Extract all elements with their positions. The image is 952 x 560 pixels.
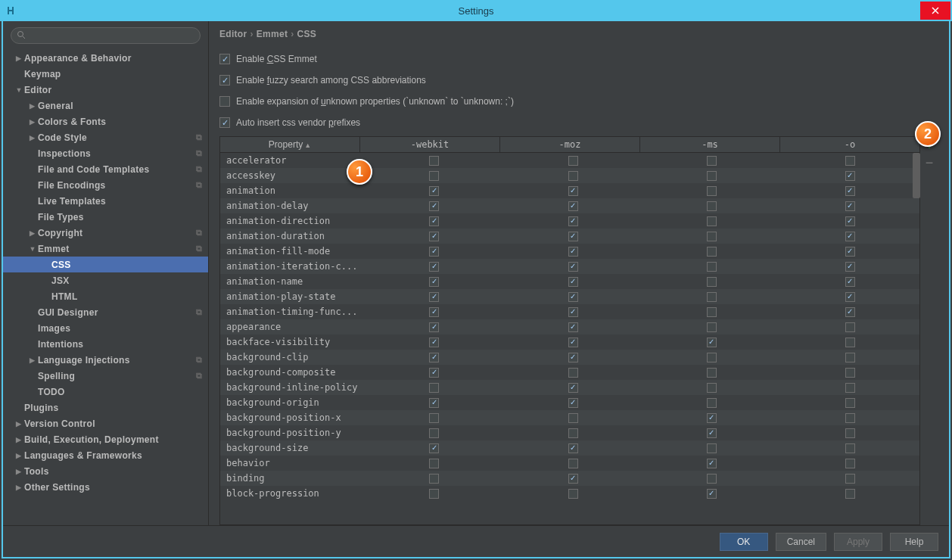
- column-moz[interactable]: -moz: [500, 137, 640, 152]
- prefix-checkbox[interactable]: [429, 383, 439, 393]
- tree-item-editor[interactable]: ▼Editor: [3, 82, 208, 98]
- enable-css-emmet-checkbox[interactable]: [219, 54, 230, 64]
- tree-item-languages-frameworks[interactable]: ▶Languages & Frameworks: [3, 447, 208, 463]
- prefix-checkbox[interactable]: [845, 277, 855, 287]
- table-row[interactable]: backface-visibility: [220, 334, 919, 350]
- tree-item-keymap[interactable]: Keymap: [3, 66, 208, 82]
- prefix-checkbox[interactable]: [707, 443, 717, 453]
- table-row[interactable]: background-inline-policy: [220, 380, 919, 395]
- prefix-checkbox[interactable]: [568, 186, 578, 196]
- prefix-checkbox[interactable]: [845, 186, 855, 196]
- prefix-checkbox[interactable]: [845, 443, 855, 453]
- prefix-checkbox[interactable]: [845, 398, 855, 408]
- tree-item-general[interactable]: ▶General: [3, 98, 208, 114]
- tree-item-todo[interactable]: TODO: [3, 384, 208, 400]
- prefix-checkbox[interactable]: [568, 459, 578, 468]
- prefix-checkbox[interactable]: [429, 201, 439, 211]
- tree-item-spelling[interactable]: Spelling⧉: [3, 368, 208, 384]
- prefix-checkbox[interactable]: [568, 413, 578, 423]
- enable-expansion-checkbox[interactable]: [219, 96, 230, 107]
- prefix-checkbox[interactable]: [568, 322, 578, 332]
- ok-button[interactable]: OK: [720, 533, 768, 551]
- table-row[interactable]: animation-timing-func...: [220, 304, 919, 319]
- table-row[interactable]: animation-delay: [220, 198, 919, 213]
- table-row[interactable]: animation-play-state: [220, 289, 919, 304]
- table-row[interactable]: animation-iteration-c...: [220, 259, 919, 274]
- prefix-checkbox[interactable]: [707, 338, 717, 347]
- window-close-button[interactable]: [920, 2, 950, 20]
- table-row[interactable]: binding: [220, 471, 919, 486]
- prefix-checkbox[interactable]: [568, 489, 578, 499]
- prefix-checkbox[interactable]: [845, 156, 855, 166]
- prefix-checkbox[interactable]: [707, 322, 717, 332]
- prefix-checkbox[interactable]: [845, 428, 855, 438]
- prefix-checkbox[interactable]: [845, 383, 855, 393]
- table-row[interactable]: accelerator: [220, 153, 919, 168]
- prefix-checkbox[interactable]: [429, 428, 439, 438]
- prefix-checkbox[interactable]: [707, 489, 717, 499]
- prefix-checkbox[interactable]: [707, 186, 717, 196]
- tree-item-live-templates[interactable]: Live Templates: [3, 193, 208, 209]
- prefix-checkbox[interactable]: [845, 232, 855, 241]
- prefix-checkbox[interactable]: [568, 383, 578, 393]
- prefix-checkbox[interactable]: [707, 232, 717, 241]
- prefix-checkbox[interactable]: [845, 489, 855, 499]
- prefix-checkbox[interactable]: [845, 307, 855, 317]
- prefix-checkbox[interactable]: [845, 322, 855, 332]
- prefix-checkbox[interactable]: [429, 353, 439, 362]
- prefix-checkbox[interactable]: [429, 322, 439, 332]
- apply-button[interactable]: Apply: [834, 533, 882, 551]
- prefix-checkbox[interactable]: [568, 353, 578, 362]
- prefix-checkbox[interactable]: [568, 262, 578, 272]
- prefix-checkbox[interactable]: [707, 398, 717, 408]
- prefix-checkbox[interactable]: [845, 247, 855, 257]
- table-row[interactable]: animation-name: [220, 274, 919, 289]
- prefix-checkbox[interactable]: [707, 171, 717, 181]
- tree-item-emmet[interactable]: ▼Emmet⧉: [3, 241, 208, 257]
- table-row[interactable]: animation-duration: [220, 229, 919, 244]
- prefix-checkbox[interactable]: [707, 353, 717, 362]
- prefix-checkbox[interactable]: [707, 383, 717, 393]
- prefix-checkbox[interactable]: [707, 156, 717, 166]
- table-row[interactable]: background-position-x: [220, 410, 919, 425]
- prefix-checkbox[interactable]: [707, 368, 717, 378]
- prefix-checkbox[interactable]: [707, 292, 717, 302]
- column-o[interactable]: -o: [780, 137, 919, 152]
- tree-item-tools[interactable]: ▶Tools: [3, 463, 208, 479]
- remove-row-button[interactable]: −: [926, 156, 934, 170]
- prefix-checkbox[interactable]: [845, 368, 855, 378]
- prefix-table-header[interactable]: Property▲ -webkit -moz -ms -o: [219, 136, 920, 153]
- prefix-checkbox[interactable]: [845, 171, 855, 181]
- table-row[interactable]: behavior: [220, 456, 919, 471]
- prefix-checkbox[interactable]: [845, 201, 855, 211]
- table-row[interactable]: background-composite: [220, 365, 919, 380]
- prefix-checkbox[interactable]: [429, 186, 439, 196]
- prefix-checkbox[interactable]: [568, 368, 578, 378]
- prefix-checkbox[interactable]: [568, 443, 578, 453]
- column-ms[interactable]: -ms: [640, 137, 780, 152]
- prefix-checkbox[interactable]: [845, 413, 855, 423]
- prefix-checkbox[interactable]: [707, 262, 717, 272]
- prefix-checkbox[interactable]: [429, 489, 439, 499]
- prefix-checkbox[interactable]: [568, 232, 578, 241]
- prefix-checkbox[interactable]: [707, 413, 717, 423]
- tree-item-copyright[interactable]: ▶Copyright⧉: [3, 225, 208, 241]
- prefix-checkbox[interactable]: [568, 156, 578, 166]
- column-property[interactable]: Property▲: [220, 137, 360, 152]
- prefix-checkbox[interactable]: [707, 216, 717, 226]
- prefix-checkbox[interactable]: [429, 277, 439, 287]
- settings-search-input[interactable]: [11, 27, 201, 44]
- tree-item-html[interactable]: HTML: [3, 288, 208, 304]
- table-row[interactable]: background-position-y: [220, 425, 919, 440]
- settings-tree[interactable]: ▶Appearance & BehaviorKeymap▼Editor▶Gene…: [3, 50, 208, 525]
- table-row[interactable]: block-progression: [220, 486, 919, 501]
- prefix-checkbox[interactable]: [429, 307, 439, 317]
- prefix-checkbox[interactable]: [568, 277, 578, 287]
- tree-item-file-encodings[interactable]: File Encodings⧉: [3, 177, 208, 193]
- prefix-checkbox[interactable]: [707, 474, 717, 484]
- table-row[interactable]: background-clip: [220, 350, 919, 365]
- tree-item-file-types[interactable]: File Types: [3, 209, 208, 225]
- prefix-checkbox[interactable]: [568, 307, 578, 317]
- table-row[interactable]: animation-direction: [220, 213, 919, 229]
- tree-item-file-and-code-templates[interactable]: File and Code Templates⧉: [3, 161, 208, 177]
